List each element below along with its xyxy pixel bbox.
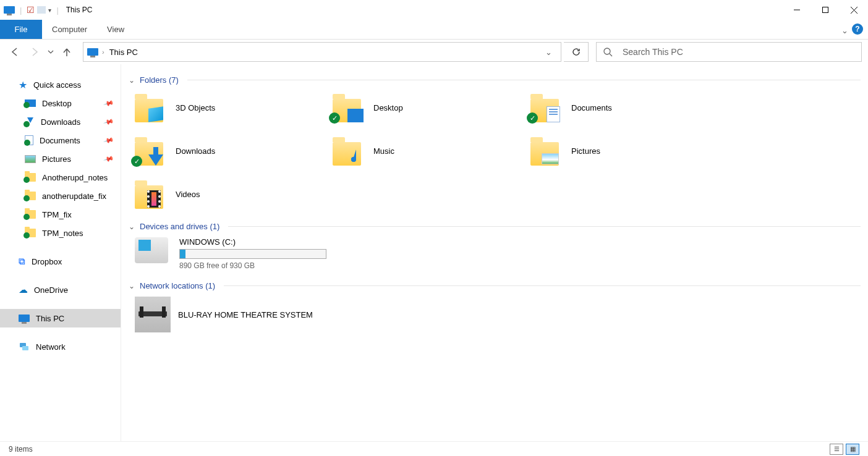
group-header-network[interactable]: ⌄ Network locations (1) (129, 281, 861, 290)
view-tiles-button[interactable]: ▦ (846, 444, 859, 455)
navigation-bar: › This PC ⌄ (0, 40, 868, 64)
pin-icon: 📌 (103, 116, 115, 127)
desktop-icon (25, 99, 36, 107)
qat-dropdown-icon[interactable]: ▾ (48, 7, 51, 14)
search-input[interactable] (623, 47, 855, 57)
media-device-icon (135, 297, 171, 332)
sidebar-item-folder[interactable]: anotherupdate_fix (0, 187, 121, 205)
app-icon (4, 6, 15, 14)
sidebar-item-folder[interactable]: TPM_notes (0, 224, 121, 242)
ribbon: File Computer View ⌄ ? (0, 20, 868, 40)
sidebar-dropbox[interactable]: ⧉ Dropbox (0, 252, 121, 271)
view-details-button[interactable]: ☰ (830, 444, 843, 455)
sidebar-quick-access[interactable]: ★ Quick access (0, 75, 121, 94)
group-header-drives[interactable]: ⌄ Devices and drives (1) (129, 222, 861, 231)
folder-music[interactable]: Music (333, 134, 530, 167)
sidebar-item-label: OneDrive (34, 285, 68, 295)
sidebar-item-label: Network (36, 342, 66, 352)
tab-view[interactable]: View (97, 20, 134, 39)
refresh-button[interactable] (564, 42, 589, 62)
tab-computer[interactable]: Computer (42, 20, 97, 39)
window-title: This PC (66, 6, 93, 14)
folder-icon (25, 173, 36, 182)
address-dropdown-icon[interactable]: ⌄ (540, 48, 557, 57)
sidebar-item-pictures[interactable]: Pictures 📌 (0, 150, 121, 168)
sidebar-item-label: TPM_notes (42, 229, 83, 238)
this-pc-icon (19, 315, 30, 322)
chevron-down-icon: ⌄ (129, 282, 135, 290)
folder-icon (135, 93, 164, 122)
recent-locations-button[interactable] (46, 43, 56, 61)
sidebar-network[interactable]: Network (0, 337, 121, 356)
svg-point-8 (351, 157, 356, 162)
title-bar: | ☑ ▾ | This PC (0, 0, 868, 20)
sidebar-item-downloads[interactable]: Downloads 📌 (0, 112, 121, 131)
breadcrumb-separator-icon: › (102, 48, 104, 56)
help-icon[interactable]: ? (852, 23, 863, 35)
svg-line-5 (610, 54, 612, 56)
folder-documents[interactable]: ✓ Documents (530, 91, 728, 124)
search-box[interactable] (596, 42, 862, 62)
sidebar-item-folder[interactable]: TPM_fix (0, 205, 121, 224)
sync-badge-icon: ✓ (329, 112, 340, 124)
cloud-icon: ☁ (19, 284, 28, 295)
folder-icon (530, 136, 560, 166)
sidebar-item-label: Anotherupd_notes (42, 173, 108, 182)
group-header-label: Devices and drives (1) (140, 222, 219, 231)
close-button[interactable] (840, 0, 868, 20)
folder-videos[interactable]: Videos (135, 177, 333, 211)
folder-label: Downloads (176, 146, 215, 156)
sidebar-item-folder[interactable]: Anotherupd_notes (0, 168, 121, 187)
folder-downloads[interactable]: ✓ Downloads (135, 134, 333, 167)
drive-label: WINDOWS (C:) (179, 237, 326, 247)
chevron-down-icon: ⌄ (129, 76, 135, 85)
minimize-button[interactable] (783, 0, 811, 20)
folder-label: Desktop (373, 103, 403, 112)
back-button[interactable] (6, 43, 23, 61)
maximize-button[interactable] (811, 0, 840, 20)
forward-button[interactable] (26, 43, 43, 61)
group-header-label: Folders (7) (140, 75, 179, 85)
sidebar-item-label: Documents (40, 136, 80, 145)
content-area: ⌄ Folders (7) 3D Objects ✓ Desktop ✓ Doc… (121, 64, 868, 441)
downloads-icon (25, 117, 35, 126)
folder-icon: ✓ (333, 93, 362, 122)
location-icon (87, 48, 98, 56)
pin-icon: 📌 (103, 135, 115, 146)
network-location-label: BLU-RAY HOME THEATRE SYSTEM (178, 310, 313, 319)
breadcrumb-location[interactable]: This PC (109, 48, 138, 57)
sidebar-item-desktop[interactable]: Desktop 📌 (0, 94, 121, 112)
sidebar-item-label: anotherupdate_fix (42, 192, 106, 201)
navigation-pane: ★ Quick access Desktop 📌 Downloads 📌 Doc… (0, 64, 121, 441)
qat-properties-icon[interactable]: ☑ (27, 5, 35, 15)
file-tab[interactable]: File (0, 20, 42, 39)
collapse-ribbon-icon[interactable]: ⌄ (841, 26, 848, 35)
qat-newfolder-icon[interactable] (37, 6, 46, 14)
sidebar-onedrive[interactable]: ☁ OneDrive (0, 281, 121, 299)
svg-rect-7 (22, 346, 28, 350)
folder-desktop[interactable]: ✓ Desktop (333, 91, 530, 124)
sidebar-item-label: This PC (36, 314, 64, 323)
folder-pictures[interactable]: Pictures (530, 134, 728, 167)
sidebar-this-pc[interactable]: This PC (0, 309, 121, 327)
star-icon: ★ (19, 79, 27, 91)
network-location-item[interactable]: BLU-RAY HOME THEATRE SYSTEM (129, 293, 861, 339)
sidebar-item-label: Downloads (41, 117, 80, 127)
group-header-folders[interactable]: ⌄ Folders (7) (129, 75, 861, 85)
sidebar-item-documents[interactable]: Documents 📌 (0, 131, 121, 150)
address-bar[interactable]: › This PC ⌄ (83, 42, 561, 62)
up-button[interactable] (58, 43, 75, 61)
drive-c[interactable]: WINDOWS (C:) 890 GB free of 930 GB (129, 234, 861, 276)
folder-label: Pictures (571, 146, 600, 156)
sync-badge-icon: ✓ (131, 156, 142, 167)
folder-icon: ✓ (135, 136, 164, 166)
svg-rect-10 (140, 306, 143, 318)
pin-icon: 📌 (103, 153, 115, 164)
search-icon (603, 47, 613, 57)
folder-icon: ✓ (530, 93, 560, 122)
folder-3d-objects[interactable]: 3D Objects (135, 91, 333, 124)
folder-label: Documents (571, 103, 612, 112)
svg-rect-1 (823, 7, 828, 13)
pictures-icon (25, 155, 36, 163)
sync-badge-icon: ✓ (527, 112, 538, 124)
